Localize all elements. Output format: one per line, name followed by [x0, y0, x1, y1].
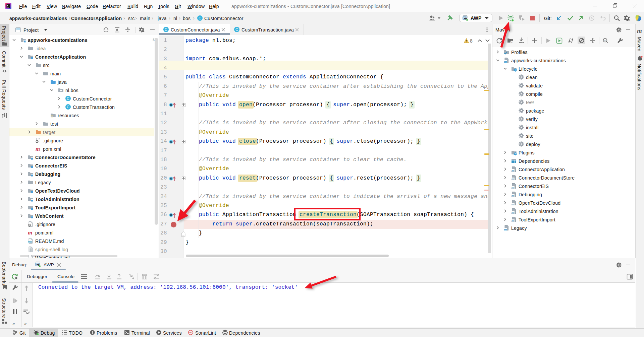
svg-text:m: m: [512, 219, 515, 223]
svg-text:m: m: [512, 202, 515, 206]
svg-text:m: m: [604, 39, 606, 42]
svg-text:m: m: [512, 194, 515, 198]
svg-text:C: C: [199, 16, 201, 20]
svg-text:m: m: [512, 185, 515, 189]
svg-text:m: m: [512, 168, 515, 173]
svg-text:m: m: [504, 60, 507, 64]
svg-text:C: C: [235, 27, 238, 31]
svg-text:m: m: [512, 177, 515, 181]
svg-text:m: m: [512, 210, 515, 214]
svg-text:C: C: [165, 27, 167, 31]
svg-text:m: m: [504, 227, 507, 231]
